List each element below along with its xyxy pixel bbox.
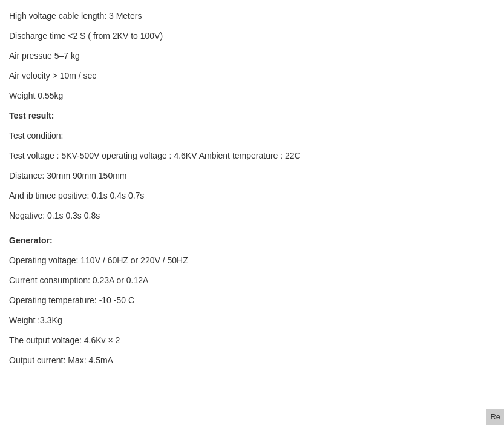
- line13: Operating voltage: 110V / 60HZ or 220V /…: [9, 251, 495, 271]
- line16: Weight :3.3Kg: [9, 311, 495, 331]
- main-content: High voltage cable length: 3 MetersDisch…: [9, 6, 495, 370]
- line4: Air velocity > 10m / sec: [9, 66, 495, 86]
- re-button[interactable]: Re: [486, 409, 504, 425]
- line14: Current consumption: 0.23A or 0.12A: [9, 271, 495, 291]
- line5: Weight 0.55kg: [9, 86, 495, 106]
- line10: And ib timec positive: 0.1s 0.4s 0.7s: [9, 186, 495, 206]
- line7: Test condition:: [9, 126, 495, 146]
- line6: Test result:: [9, 106, 495, 126]
- line1: High voltage cable length: 3 Meters: [9, 6, 495, 26]
- line11: Negative: 0.1s 0.3s 0.8s: [9, 206, 495, 226]
- line12: Generator:: [9, 231, 495, 251]
- line8: Test voltage : 5KV-500V operating voltag…: [9, 146, 495, 166]
- line3: Air pressue 5–7 kg: [9, 46, 495, 66]
- line15: Operating temperature: -10 -50 C: [9, 291, 495, 311]
- line17: The output voltage: 4.6Kv × 2: [9, 331, 495, 350]
- line9: Distance: 30mm 90mm 150mm: [9, 166, 495, 186]
- line18: Output current: Max: 4.5mA: [9, 350, 495, 370]
- line2: Discharge time <2 S ( from 2KV to 100V): [9, 26, 495, 46]
